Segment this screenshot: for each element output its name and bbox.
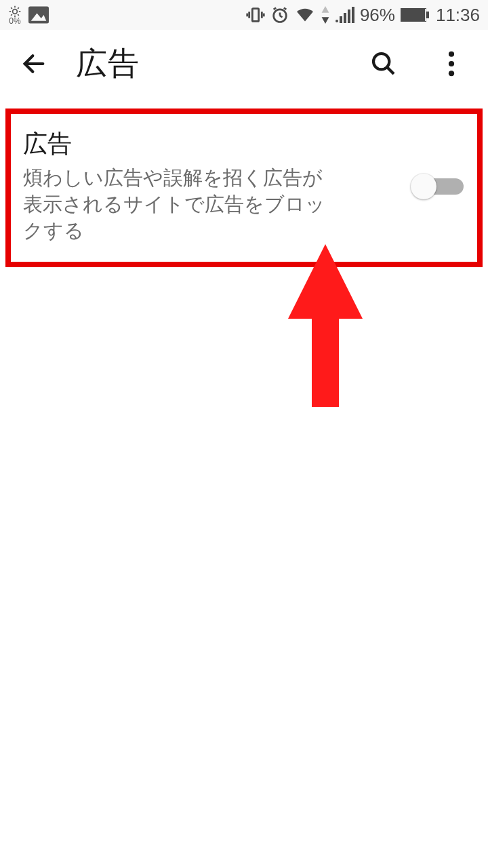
svg-line-18 [280, 16, 283, 17]
svg-rect-25 [344, 13, 346, 23]
svg-rect-29 [426, 12, 429, 18]
app-bar: 広告 [0, 30, 488, 98]
overflow-menu-button[interactable] [434, 46, 469, 81]
ads-toggle[interactable] [411, 172, 465, 199]
svg-marker-37 [288, 244, 363, 407]
svg-point-34 [449, 52, 454, 57]
svg-line-20 [284, 8, 287, 9]
clock-label: 11:36 [436, 5, 480, 26]
svg-point-35 [449, 61, 454, 66]
svg-line-19 [274, 8, 277, 9]
search-icon [370, 50, 397, 77]
ads-setting-description: 煩わしい広告や誤解を招く広告が表示されるサイトで広告をブロックする [23, 165, 342, 244]
arrow-up-icon [285, 244, 366, 414]
svg-line-6 [18, 14, 19, 16]
svg-point-32 [373, 54, 389, 69]
svg-line-5 [11, 7, 12, 9]
back-button[interactable] [19, 49, 49, 79]
status-right: 96% 11:36 [246, 5, 480, 26]
alarm-icon [270, 5, 289, 24]
image-icon [28, 6, 49, 24]
status-bar: 0% [0, 0, 488, 30]
signal-icon [336, 7, 354, 23]
svg-marker-22 [321, 17, 329, 24]
data-updown-icon [321, 6, 330, 24]
svg-line-33 [387, 67, 394, 74]
battery-icon [401, 7, 430, 23]
svg-rect-27 [352, 7, 354, 23]
svg-rect-30 [425, 9, 426, 21]
brightness-percent-label: 0% [9, 17, 20, 25]
arrow-left-icon [20, 50, 47, 77]
ads-setting-text: 広告 煩わしい広告や誤解を招く広告が表示されるサイトで広告をブロックする [23, 127, 397, 244]
svg-point-36 [449, 71, 454, 76]
svg-rect-24 [340, 16, 342, 23]
page-title: 広告 [76, 43, 339, 85]
toggle-thumb [411, 174, 436, 199]
svg-rect-28 [401, 8, 426, 22]
ads-setting-title: 広告 [23, 127, 397, 161]
more-vert-icon [448, 51, 455, 77]
svg-line-7 [11, 14, 12, 16]
ads-setting-highlight: 広告 煩わしい広告や誤解を招く広告が表示されるサイトで広告をブロックする [5, 108, 483, 267]
status-left: 0% [8, 5, 241, 25]
wifi-icon [295, 7, 315, 23]
svg-point-0 [13, 9, 18, 14]
svg-marker-21 [321, 6, 329, 13]
vibrate-icon [246, 5, 265, 24]
annotation-arrow [285, 244, 366, 416]
battery-percent-label: 96% [360, 5, 395, 26]
svg-rect-11 [252, 9, 258, 22]
search-button[interactable] [366, 46, 401, 81]
brightness-icon: 0% [8, 5, 22, 25]
svg-line-8 [18, 7, 19, 9]
svg-rect-26 [348, 9, 350, 23]
svg-point-23 [336, 20, 338, 22]
